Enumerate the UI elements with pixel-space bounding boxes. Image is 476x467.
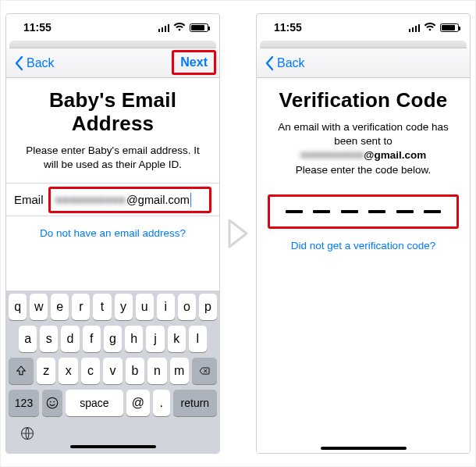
key-c[interactable]: c: [81, 358, 100, 384]
content-area: Verification Code An email with a verifi…: [257, 78, 470, 453]
back-button[interactable]: Back: [261, 52, 308, 74]
back-button[interactable]: Back: [11, 52, 58, 74]
numbers-key[interactable]: 123: [9, 390, 39, 416]
key-z[interactable]: z: [37, 358, 55, 384]
key-x[interactable]: x: [59, 358, 77, 384]
phone-right: 11:55 Back Verification Code An email wi…: [256, 13, 471, 454]
backspace-key[interactable]: [192, 358, 217, 384]
code-input[interactable]: [268, 194, 459, 229]
nav-bar: Back Next: [6, 48, 219, 78]
battery-icon: [190, 23, 208, 32]
key-r[interactable]: r: [72, 294, 90, 320]
key-u[interactable]: u: [136, 294, 154, 320]
status-bar: 11:55: [6, 14, 219, 41]
key-v[interactable]: v: [103, 358, 122, 384]
content-area: Baby's Email Address Please enter Baby's…: [6, 78, 219, 453]
key-n[interactable]: n: [147, 358, 166, 384]
key-i[interactable]: i: [157, 294, 175, 320]
cellular-icon: [158, 23, 170, 32]
page-description: An email with a verification code has be…: [257, 120, 470, 177]
desc-email-domain: @gmail.com: [364, 149, 426, 161]
emoji-key[interactable]: [42, 390, 62, 416]
cellular-icon: [409, 23, 421, 32]
desc-line2: Please enter the code below.: [296, 164, 431, 176]
page-title: Baby's Email Address: [16, 89, 210, 136]
key-d[interactable]: d: [61, 326, 79, 352]
phone-left: 11:55 Back Next: [5, 13, 220, 454]
page-description: Please enter Baby's email address. It wi…: [6, 144, 219, 172]
desc-email-obscured: ■■■■■■■■■■: [300, 149, 364, 161]
email-label: Email: [14, 193, 44, 206]
code-digit: [286, 210, 303, 213]
key-j[interactable]: j: [146, 326, 164, 352]
no-code-link[interactable]: Did not get a verification code?: [257, 240, 470, 251]
key-q[interactable]: q: [9, 294, 27, 320]
home-indicator[interactable]: [321, 447, 407, 450]
email-row: Email ■■■■■■■■■■ @gmail.com: [6, 183, 219, 216]
code-digit: [424, 210, 441, 213]
next-button[interactable]: Next: [172, 50, 216, 75]
sheet-grabber: [9, 41, 216, 48]
key-t[interactable]: t: [93, 294, 111, 320]
email-domain: @gmail.com: [126, 194, 190, 206]
next-label: Next: [180, 55, 208, 69]
key-w[interactable]: w: [30, 294, 48, 320]
emoji-icon: [45, 396, 59, 410]
status-indicators: [409, 23, 460, 32]
sheet-grabber: [260, 41, 467, 48]
shift-icon: [15, 365, 27, 377]
key-s[interactable]: s: [40, 326, 58, 352]
keyboard: qwertyuiop asdfghjkl zxcvbnm 123: [6, 291, 219, 453]
globe-icon[interactable]: [20, 426, 35, 441]
key-h[interactable]: h: [125, 326, 143, 352]
key-f[interactable]: f: [83, 326, 101, 352]
dot-key[interactable]: .: [153, 390, 170, 416]
wifi-icon: [173, 23, 186, 32]
key-o[interactable]: o: [178, 294, 196, 320]
return-key[interactable]: return: [173, 390, 217, 416]
key-g[interactable]: g: [104, 326, 122, 352]
key-k[interactable]: k: [168, 326, 186, 352]
status-indicators: [158, 23, 209, 32]
flow-arrow-icon: [220, 214, 256, 253]
shift-key[interactable]: [9, 358, 34, 384]
code-digit: [396, 210, 414, 213]
key-y[interactable]: y: [115, 294, 133, 320]
desc-line1: An email with a verification code has be…: [278, 121, 448, 147]
chevron-left-icon: [14, 55, 25, 71]
back-label: Back: [277, 56, 305, 70]
svg-point-0: [47, 397, 58, 408]
no-email-link[interactable]: Do not have an email address?: [6, 227, 219, 239]
back-label: Back: [27, 56, 55, 70]
at-key[interactable]: @: [126, 390, 150, 416]
status-time: 11:55: [274, 21, 302, 34]
wifi-icon: [424, 23, 436, 32]
nav-bar: Back: [257, 48, 470, 78]
code-digit: [341, 210, 358, 213]
code-digit: [368, 210, 385, 213]
key-p[interactable]: p: [199, 294, 217, 320]
key-b[interactable]: b: [126, 358, 144, 384]
home-indicator[interactable]: [70, 445, 156, 448]
status-time: 11:55: [23, 21, 52, 34]
chevron-left-icon: [265, 55, 275, 71]
page-title: Verification Code: [266, 89, 460, 112]
text-caret: [190, 193, 192, 207]
status-bar: 11:55: [257, 14, 470, 41]
backspace-icon: [198, 365, 211, 377]
battery-icon: [440, 23, 459, 32]
space-key[interactable]: space: [66, 390, 123, 416]
key-e[interactable]: e: [51, 294, 69, 320]
code-digit: [313, 210, 330, 213]
email-input[interactable]: ■■■■■■■■■■ @gmail.com: [48, 187, 211, 213]
key-a[interactable]: a: [19, 326, 37, 352]
key-m[interactable]: m: [170, 358, 189, 384]
email-obscured: ■■■■■■■■■■: [55, 194, 126, 206]
svg-point-1: [50, 401, 52, 403]
key-l[interactable]: l: [189, 326, 207, 352]
svg-point-2: [53, 401, 55, 403]
